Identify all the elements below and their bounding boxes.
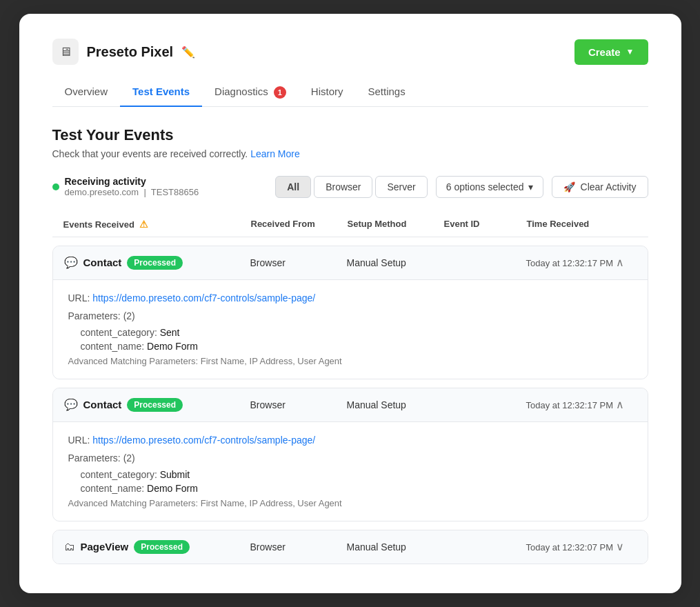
chevron-down-icon: ▼	[626, 47, 634, 57]
collapse-icon: ∧	[616, 257, 624, 268]
event-details: URL: https://demo.preseto.com/cf7-contro…	[53, 421, 648, 521]
chat-icon: 💬	[64, 256, 78, 269]
tab-history[interactable]: History	[299, 79, 356, 107]
param-row: content_category: Sent	[81, 327, 632, 338]
status-badge: Processed	[127, 398, 183, 412]
col-time-received: Time Received	[527, 219, 637, 230]
table-row: 🗂 PageView Processed Browser Manual Setu…	[52, 530, 648, 564]
received-from: Browser	[250, 399, 347, 410]
rocket-icon: 🚀	[563, 181, 575, 192]
page-title: Test Your Events	[52, 126, 648, 144]
edit-icon[interactable]: ✏️	[181, 46, 195, 59]
learn-more-link[interactable]: Learn More	[250, 148, 300, 159]
event-name: Contact	[83, 399, 122, 410]
status-badge: Processed	[127, 256, 183, 270]
detail-url: URL: https://demo.preseto.com/cf7-contro…	[68, 435, 632, 446]
collapse-icon: ∧	[616, 399, 624, 410]
filter-buttons: All Browser Server	[275, 176, 427, 198]
col-events-received: Events Received ⚠	[63, 219, 251, 230]
activity-meta: demo.preseto.com | TEST88656	[65, 187, 199, 197]
event-name: PageView	[81, 541, 129, 553]
activity-label: Receiving activity	[65, 176, 199, 187]
app-icon: 🖥	[52, 39, 79, 65]
tab-diagnostics[interactable]: Diagnostics 1	[202, 79, 299, 107]
events-list: 💬 Contact Processed Browser Manual Setup…	[52, 237, 648, 564]
table-header: Events Received ⚠ Received From Setup Me…	[52, 212, 648, 237]
toolbar: Receiving activity demo.preseto.com | TE…	[52, 176, 648, 198]
event-time: Today at 12:32:17 PM ∧	[526, 398, 637, 411]
options-label: 6 options selected	[446, 181, 524, 192]
header-left: 🖥 Preseto Pixel ✏️	[52, 39, 196, 65]
event-row-header[interactable]: 💬 Contact Processed Browser Manual Setup…	[53, 246, 648, 279]
event-row-header[interactable]: 💬 Contact Processed Browser Manual Setup…	[53, 388, 648, 421]
url-link: https://demo.preseto.com/cf7-controls/sa…	[92, 435, 315, 446]
param-row: content_name: Demo Form	[81, 341, 632, 352]
nav-tabs: Overview Test Events Diagnostics 1 Histo…	[52, 79, 648, 107]
event-name-cell: 💬 Contact Processed	[64, 256, 250, 270]
diagnostics-badge: 1	[274, 86, 286, 99]
filter-all-button[interactable]: All	[275, 176, 311, 198]
app-title: Preseto Pixel	[87, 44, 174, 60]
status-badge: Processed	[134, 540, 190, 554]
url-link: https://demo.preseto.com/cf7-controls/sa…	[92, 292, 315, 304]
pageview-icon: 🗂	[64, 541, 75, 553]
event-time: Today at 12:32:07 PM ∨	[526, 540, 637, 553]
main-card: 🖥 Preseto Pixel ✏️ Create ▼ Overview Tes…	[19, 14, 681, 593]
detail-url: URL: https://demo.preseto.com/cf7-contro…	[68, 292, 632, 304]
event-details: URL: https://demo.preseto.com/cf7-contro…	[53, 279, 648, 379]
event-name-cell: 🗂 PageView Processed	[64, 540, 250, 554]
received-from: Browser	[250, 257, 347, 268]
clear-activity-button[interactable]: 🚀 Clear Activity	[552, 176, 648, 198]
filter-server-button[interactable]: Server	[375, 176, 427, 198]
setup-method: Manual Setup	[347, 541, 443, 553]
activity-dot	[52, 183, 59, 190]
tab-test-events[interactable]: Test Events	[120, 79, 202, 107]
param-row: content_category: Submit	[81, 469, 632, 480]
matching-params: Advanced Matching Parameters: First Name…	[68, 356, 632, 366]
event-name: Contact	[83, 257, 122, 268]
param-row: content_name: Demo Form	[81, 483, 632, 494]
warning-icon: ⚠	[139, 219, 148, 230]
col-setup-method: Setup Method	[348, 219, 444, 230]
filter-browser-button[interactable]: Browser	[314, 176, 372, 198]
setup-method: Manual Setup	[347, 399, 443, 410]
activity-indicator: Receiving activity demo.preseto.com | TE…	[52, 176, 268, 197]
matching-params: Advanced Matching Parameters: First Name…	[68, 498, 632, 508]
page-subtitle: Check that your events are received corr…	[52, 148, 648, 159]
tab-overview[interactable]: Overview	[52, 79, 121, 107]
col-event-id: Event ID	[444, 219, 527, 230]
event-row-header[interactable]: 🗂 PageView Processed Browser Manual Setu…	[53, 530, 648, 564]
create-button[interactable]: Create ▼	[574, 39, 648, 65]
col-received-from: Received From	[251, 219, 348, 230]
detail-params-label: Parameters: (2)	[68, 310, 632, 321]
options-select[interactable]: 6 options selected ▾	[436, 176, 543, 198]
setup-method: Manual Setup	[347, 257, 443, 268]
chat-icon: 💬	[64, 398, 78, 411]
received-from: Browser	[250, 541, 347, 553]
table-row: 💬 Contact Processed Browser Manual Setup…	[52, 246, 648, 379]
chevron-down-icon: ▾	[528, 181, 533, 192]
event-time: Today at 12:32:17 PM ∧	[526, 256, 637, 269]
detail-params-label: Parameters: (2)	[68, 452, 632, 464]
table-row: 💬 Contact Processed Browser Manual Setup…	[52, 388, 648, 521]
tab-settings[interactable]: Settings	[356, 79, 418, 107]
header: 🖥 Preseto Pixel ✏️ Create ▼	[52, 39, 648, 65]
event-name-cell: 💬 Contact Processed	[64, 398, 250, 412]
expand-icon: ∨	[616, 541, 624, 553]
